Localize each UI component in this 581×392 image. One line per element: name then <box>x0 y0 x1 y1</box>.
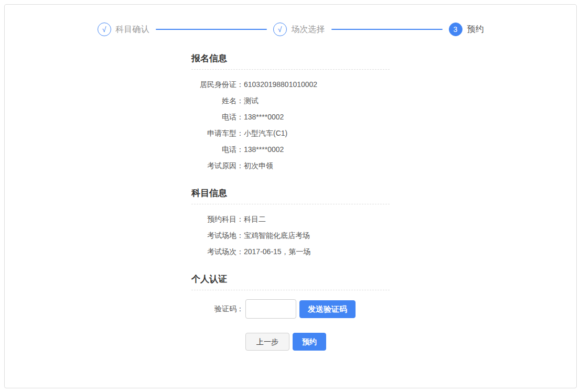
table-row: 电话： 138****0002 <box>191 141 390 158</box>
table-row: 考试原因： 初次申领 <box>191 158 390 174</box>
table-row: 居民身份证： 610320198801010002 <box>191 77 390 93</box>
field-label: 电话： <box>191 109 244 125</box>
field-value: 610320198801010002 <box>244 77 390 93</box>
info-rows: 居民身份证： 610320198801010002 姓名： 测试 电话： 138… <box>191 70 390 174</box>
field-value: 138****0002 <box>244 109 390 125</box>
field-label: 申请车型： <box>191 125 244 141</box>
stepper: √ 科目确认 √ 场次选择 3 预约 <box>5 5 576 36</box>
info-rows: 预约科目： 科目二 考试场地： 宝鸡智能化底店考场 考试场次： 2017-06-… <box>191 204 390 260</box>
section-title: 报名信息 <box>191 54 390 63</box>
field-value: 2017-06-15，第一场 <box>244 244 390 260</box>
verification-code-row: 验证码： 发送验证码 <box>191 299 390 319</box>
table-row: 电话： 138****0002 <box>191 109 390 125</box>
field-value: 科目二 <box>244 211 390 227</box>
table-row: 预约科目： 科目二 <box>191 211 390 227</box>
table-row: 姓名： 测试 <box>191 93 390 109</box>
form-actions: 上一步 预约 <box>191 333 390 351</box>
field-label: 预约科目： <box>191 211 244 227</box>
section-title: 科目信息 <box>191 189 390 198</box>
field-value: 小型汽车(C1) <box>244 125 390 141</box>
dashed-divider <box>191 290 390 290</box>
table-row: 考试场次： 2017-06-15，第一场 <box>191 244 390 260</box>
step-label: 场次选择 <box>292 24 325 35</box>
field-label: 居民身份证： <box>191 77 244 93</box>
step-label: 科目确认 <box>116 24 149 35</box>
step-number-icon: 3 <box>449 23 462 36</box>
table-row: 申请车型： 小型汽车(C1) <box>191 125 390 141</box>
field-label: 考试场地： <box>191 227 244 244</box>
submit-appointment-button[interactable]: 预约 <box>293 333 326 351</box>
step-subject-confirm: √ 科目确认 <box>98 23 149 36</box>
field-label: 验证码： <box>191 304 244 314</box>
field-label: 考试场次： <box>191 244 244 260</box>
main-content: 报名信息 居民身份证： 610320198801010002 姓名： 测试 电话… <box>191 54 390 351</box>
field-value: 测试 <box>244 93 390 109</box>
step-session-select: √ 场次选择 <box>273 23 325 36</box>
stepper-connector <box>156 29 267 30</box>
step-label: 预约 <box>467 24 484 35</box>
verification-code-input[interactable] <box>245 299 296 319</box>
previous-step-button[interactable]: 上一步 <box>245 333 289 351</box>
subject-info-section: 科目信息 预约科目： 科目二 考试场地： 宝鸡智能化底店考场 考试场次： 201… <box>191 189 390 260</box>
section-title: 个人认证 <box>191 275 390 284</box>
field-value: 宝鸡智能化底店考场 <box>244 227 390 244</box>
check-icon: √ <box>273 23 287 36</box>
field-value: 138****0002 <box>244 141 390 158</box>
send-verification-code-button[interactable]: 发送验证码 <box>299 300 356 318</box>
appointment-page: √ 科目确认 √ 场次选择 3 预约 报名信息 居民身份证： 610320198… <box>4 4 577 388</box>
personal-verification-section: 个人认证 验证码： 发送验证码 <box>191 275 390 319</box>
field-label: 姓名： <box>191 93 244 109</box>
stepper-connector <box>331 29 443 30</box>
field-label: 电话： <box>191 141 244 158</box>
field-value: 初次申领 <box>244 158 390 174</box>
check-icon: √ <box>98 23 111 36</box>
table-row: 考试场地： 宝鸡智能化底店考场 <box>191 227 390 244</box>
registration-info-section: 报名信息 居民身份证： 610320198801010002 姓名： 测试 电话… <box>191 54 390 174</box>
step-appointment: 3 预约 <box>449 23 484 36</box>
field-label: 考试原因： <box>191 158 244 174</box>
